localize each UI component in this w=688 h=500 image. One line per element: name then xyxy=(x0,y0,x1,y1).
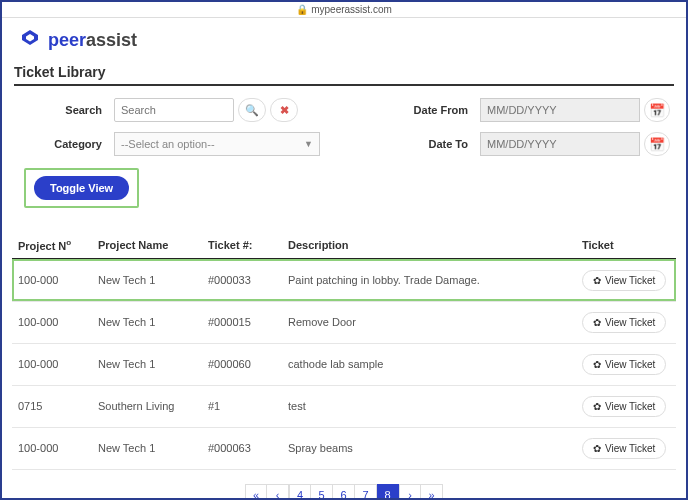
browser-url-bar: 🔒mypeerassist.com xyxy=(2,2,686,18)
view-ticket-label: View Ticket xyxy=(605,401,655,412)
date-to-input[interactable] xyxy=(480,132,640,156)
gear-icon: ✿ xyxy=(593,275,601,286)
cell-project-no: 100-000 xyxy=(12,427,92,469)
cell-project-name: New Tech 1 xyxy=(92,427,202,469)
cell-description: Spray beams xyxy=(282,427,576,469)
cell-ticket-num: #000015 xyxy=(202,301,282,343)
toggle-view-button[interactable]: Toggle View xyxy=(34,176,129,200)
view-ticket-button[interactable]: ✿View Ticket xyxy=(582,312,666,333)
date-to-label: Date To xyxy=(364,138,480,150)
gear-icon: ✿ xyxy=(593,317,601,328)
calendar-icon: 📅 xyxy=(649,137,665,152)
page-next[interactable]: › xyxy=(399,484,421,500)
search-input[interactable] xyxy=(114,98,234,122)
table-row: 100-000New Tech 1#000060cathode lab samp… xyxy=(12,343,676,385)
view-ticket-button[interactable]: ✿View Ticket xyxy=(582,354,666,375)
cell-project-name: New Tech 1 xyxy=(92,343,202,385)
gear-icon: ✿ xyxy=(593,443,601,454)
gear-icon: ✿ xyxy=(593,401,601,412)
cell-project-name: New Tech 1 xyxy=(92,301,202,343)
category-placeholder: --Select an option-- xyxy=(121,138,215,150)
toggle-highlight-box: Toggle View xyxy=(24,168,139,208)
col-ticket-num: Ticket #: xyxy=(202,232,282,259)
gear-icon: ✿ xyxy=(593,359,601,370)
view-ticket-button[interactable]: ✿View Ticket xyxy=(582,438,666,459)
cell-action: ✿View Ticket xyxy=(576,343,676,385)
cell-project-no: 100-000 xyxy=(12,343,92,385)
page-first[interactable]: « xyxy=(245,484,267,500)
date-from-input[interactable] xyxy=(480,98,640,122)
page-prev[interactable]: ‹ xyxy=(267,484,289,500)
cell-action: ✿View Ticket xyxy=(576,301,676,343)
cell-action: ✿View Ticket xyxy=(576,385,676,427)
cell-description: Paint patching in lobby. Trade Damage. xyxy=(282,259,576,302)
view-ticket-label: View Ticket xyxy=(605,443,655,454)
cell-action: ✿View Ticket xyxy=(576,259,676,302)
ticket-table: Project No Project Name Ticket #: Descri… xyxy=(12,232,676,470)
page-title: Ticket Library xyxy=(14,60,674,86)
cell-project-no: 0715 xyxy=(12,385,92,427)
clear-search-button[interactable]: ✖ xyxy=(270,98,298,122)
host-text: mypeerassist.com xyxy=(311,4,392,15)
cell-ticket-num: #000060 xyxy=(202,343,282,385)
cell-description: Remove Door xyxy=(282,301,576,343)
logo-text: peerassist xyxy=(48,30,137,51)
date-to-calendar-button[interactable]: 📅 xyxy=(644,132,670,156)
cell-description: test xyxy=(282,385,576,427)
pagination: « ‹ 45678 › » xyxy=(2,470,686,500)
category-select[interactable]: --Select an option-- ▼ xyxy=(114,132,320,156)
view-ticket-label: View Ticket xyxy=(605,275,655,286)
filter-panel: Search 🔍 ✖ Date From 📅 Category --Select… xyxy=(2,86,686,214)
cell-action: ✿View Ticket xyxy=(576,427,676,469)
page-last[interactable]: » xyxy=(421,484,443,500)
calendar-icon: 📅 xyxy=(649,103,665,118)
category-label: Category xyxy=(18,138,114,150)
cell-ticket-num: #1 xyxy=(202,385,282,427)
table-row: 100-000New Tech 1#000015Remove Door✿View… xyxy=(12,301,676,343)
lock-icon: 🔒 xyxy=(296,4,308,15)
cell-description: cathode lab sample xyxy=(282,343,576,385)
view-ticket-button[interactable]: ✿View Ticket xyxy=(582,396,666,417)
cell-project-no: 100-000 xyxy=(12,301,92,343)
page-number[interactable]: 4 xyxy=(289,484,311,500)
table-row: 100-000New Tech 1#000063Spray beams✿View… xyxy=(12,427,676,469)
close-icon: ✖ xyxy=(280,104,289,117)
table-row: 100-000New Tech 1#000033Paint patching i… xyxy=(12,259,676,302)
search-label: Search xyxy=(18,104,114,116)
date-from-label: Date From xyxy=(364,104,480,116)
view-ticket-button[interactable]: ✿View Ticket xyxy=(582,270,666,291)
search-button[interactable]: 🔍 xyxy=(238,98,266,122)
cell-project-name: Southern Living xyxy=(92,385,202,427)
search-icon: 🔍 xyxy=(245,104,259,117)
cell-project-name: New Tech 1 xyxy=(92,259,202,302)
col-ticket-action: Ticket xyxy=(576,232,676,259)
chevron-down-icon: ▼ xyxy=(304,139,313,149)
table-row: 0715Southern Living#1test✿View Ticket xyxy=(12,385,676,427)
page-number[interactable]: 7 xyxy=(355,484,377,500)
view-ticket-label: View Ticket xyxy=(605,359,655,370)
col-project-no: Project No xyxy=(12,232,92,259)
view-ticket-label: View Ticket xyxy=(605,317,655,328)
cell-project-no: 100-000 xyxy=(12,259,92,302)
logo-icon xyxy=(18,28,42,52)
date-from-calendar-button[interactable]: 📅 xyxy=(644,98,670,122)
col-description: Description xyxy=(282,232,576,259)
cell-ticket-num: #000033 xyxy=(202,259,282,302)
page-number[interactable]: 8 xyxy=(377,484,399,500)
app-header: peerassist xyxy=(2,18,686,60)
page-number[interactable]: 5 xyxy=(311,484,333,500)
page-number[interactable]: 6 xyxy=(333,484,355,500)
cell-ticket-num: #000063 xyxy=(202,427,282,469)
col-project-name: Project Name xyxy=(92,232,202,259)
